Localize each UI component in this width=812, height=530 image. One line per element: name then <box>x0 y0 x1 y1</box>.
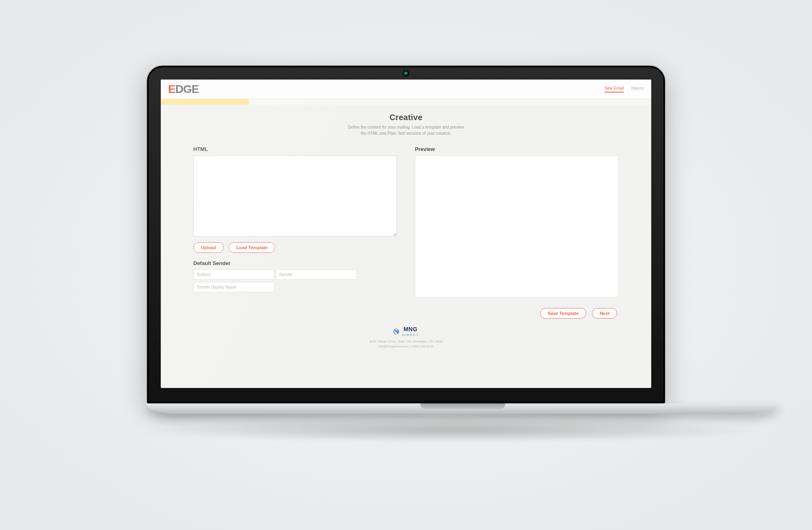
laptop-shadow <box>146 418 763 442</box>
preview-label: Preview <box>415 146 619 152</box>
footer: MNG DIRECT 3630 Tillman Drive, Suite 100… <box>193 319 619 353</box>
next-button[interactable]: Next <box>592 308 617 319</box>
html-input[interactable] <box>193 155 397 237</box>
sender-display-name-field[interactable] <box>193 282 274 292</box>
laptop-mockup: EDGE New Email History Creative Define t… <box>146 65 666 442</box>
top-nav: New Email History <box>605 86 644 93</box>
right-column: Preview <box>415 146 619 297</box>
progress-bar <box>161 99 651 105</box>
default-sender-label: Default Sender <box>193 260 397 266</box>
left-column: HTML Upload Load Template Default Sender <box>193 146 397 297</box>
laptop-bezel: EDGE New Email History Creative Define t… <box>146 65 666 404</box>
bottom-actions: Save Template Next <box>193 308 619 319</box>
subtitle-line: the HTML and Plain Text versions of your… <box>361 131 451 136</box>
brand-logo: EDGE <box>168 83 199 96</box>
preview-panel <box>415 155 619 297</box>
topbar: EDGE New Email History <box>161 80 651 99</box>
globe-icon <box>393 328 400 335</box>
camera-icon <box>404 71 408 75</box>
footer-company-sub: DIRECT <box>402 333 419 338</box>
subtitle-line: Define the content for your mailing. Loa… <box>348 125 464 129</box>
laptop-base <box>146 403 780 414</box>
footer-company: MNG <box>404 326 417 332</box>
footer-contact: info@mngdirect.com | 1.866.409.9242 <box>193 344 619 349</box>
save-template-button[interactable]: Save Template <box>540 308 586 319</box>
laptop-notch <box>420 403 505 409</box>
html-buttons: Upload Load Template <box>193 242 397 253</box>
screen: EDGE New Email History Creative Define t… <box>161 80 651 388</box>
progress-fill <box>161 99 249 105</box>
content-area: Creative Define the content for your mai… <box>161 105 651 388</box>
load-template-button[interactable]: Load Template <box>229 242 275 253</box>
app-root: EDGE New Email History Creative Define t… <box>161 80 651 388</box>
footer-logo: MNG DIRECT <box>193 325 619 338</box>
page-title: Creative <box>193 113 619 122</box>
html-label: HTML <box>193 146 397 152</box>
nav-history[interactable]: History <box>631 86 644 93</box>
sender-field[interactable] <box>276 269 357 280</box>
page-subtitle: Define the content for your mailing. Loa… <box>333 125 479 136</box>
columns: HTML Upload Load Template Default Sender <box>193 146 619 297</box>
nav-new-email[interactable]: New Email <box>605 86 624 93</box>
upload-button[interactable]: Upload <box>193 242 224 253</box>
footer-address: 3630 Tillman Drive, Suite 100, Bensalem,… <box>193 339 619 344</box>
subject-field[interactable] <box>193 269 274 280</box>
